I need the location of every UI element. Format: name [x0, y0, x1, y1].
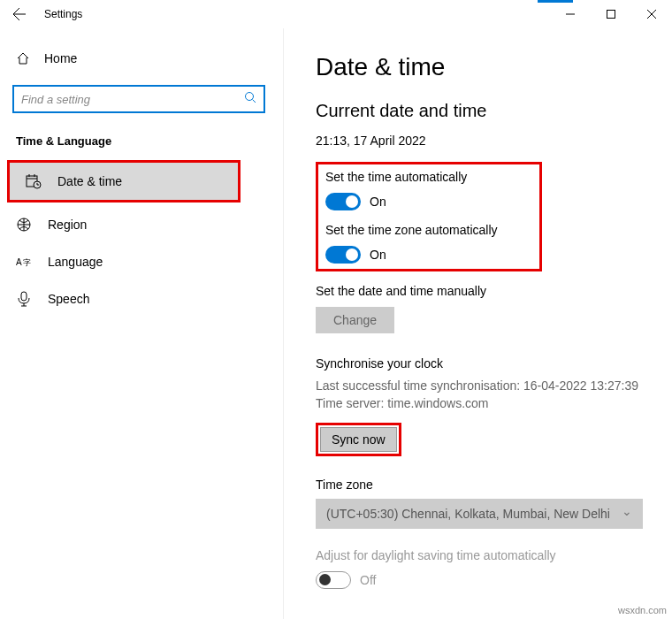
maximize-icon: [607, 10, 615, 19]
auto-tz-state: On: [370, 248, 386, 262]
sync-now-button[interactable]: Sync now: [320, 427, 397, 452]
home-icon: [16, 51, 30, 65]
search-icon: [244, 91, 256, 107]
sync-server: Time server: time.windows.com: [316, 395, 640, 413]
globe-icon: [16, 217, 32, 233]
dst-state: Off: [360, 573, 376, 587]
sidebar-item-language[interactable]: A字 Language: [0, 243, 283, 280]
search-box[interactable]: [12, 85, 265, 113]
sidebar-item-region[interactable]: Region: [0, 206, 283, 243]
tz-heading: Time zone: [316, 478, 640, 492]
auto-tz-toggle[interactable]: [325, 246, 361, 264]
svg-text:字: 字: [23, 258, 31, 267]
home-nav[interactable]: Home: [0, 41, 283, 76]
window-controls: [550, 0, 672, 28]
sync-heading: Synchronise your clock: [316, 356, 640, 371]
manual-label: Set the date and time manually: [316, 284, 640, 298]
auto-time-label: Set the time automatically: [325, 170, 532, 184]
sidebar-item-label: Speech: [48, 292, 89, 306]
arrow-left-icon: [12, 7, 27, 21]
timezone-value: (UTC+05:30) Chennai, Kolkata, Mumbai, Ne…: [326, 507, 610, 521]
window-title: Settings: [44, 8, 82, 20]
category-heading: Time & Language: [0, 126, 283, 160]
sidebar-item-date-time[interactable]: Date & time: [10, 163, 238, 200]
auto-time-toggle[interactable]: [325, 193, 361, 210]
sidebar-item-label: Language: [48, 255, 103, 269]
sidebar-item-label: Date & time: [57, 174, 122, 188]
close-icon: [647, 10, 656, 19]
sidebar-item-label: Region: [48, 218, 87, 232]
change-button: Change: [316, 307, 394, 333]
sidebar: Home Time & Language Date & time Region …: [0, 28, 283, 619]
current-datetime-value: 21:13, 17 April 2022: [316, 134, 640, 148]
microphone-icon: [16, 291, 32, 307]
minimize-icon: [566, 10, 575, 19]
sync-info: Last successful time synchronisation: 16…: [316, 378, 640, 412]
maximize-button[interactable]: [591, 0, 631, 28]
auto-settings-block: Set the time automatically On Set the ti…: [316, 162, 542, 271]
search-input[interactable]: [21, 93, 244, 106]
page-title: Date & time: [316, 53, 640, 81]
home-label: Home: [44, 51, 77, 65]
clock-calendar-icon: [26, 173, 42, 189]
back-button[interactable]: [0, 0, 39, 28]
auto-tz-label: Set the time zone automatically: [325, 223, 532, 237]
dst-label: Adjust for daylight saving time automati…: [316, 548, 640, 562]
titlebar: Settings: [0, 0, 672, 28]
main-content: Date & time Current date and time 21:13,…: [283, 28, 672, 619]
dst-toggle: [316, 571, 351, 589]
svg-rect-7: [21, 292, 27, 301]
sync-last: Last successful time synchronisation: 16…: [316, 378, 640, 395]
auto-time-state: On: [370, 195, 386, 209]
close-button[interactable]: [631, 0, 672, 28]
svg-point-1: [246, 93, 254, 101]
section-current-datetime: Current date and time: [316, 101, 640, 121]
sidebar-item-speech[interactable]: Speech: [0, 280, 283, 317]
language-icon: A字: [16, 254, 32, 270]
watermark: wsxdn.com: [618, 605, 667, 615]
svg-text:A: A: [16, 257, 22, 267]
timezone-select: (UTC+05:30) Chennai, Kolkata, Mumbai, Ne…: [316, 499, 643, 529]
svg-rect-0: [607, 11, 615, 19]
minimize-button[interactable]: [550, 0, 591, 28]
